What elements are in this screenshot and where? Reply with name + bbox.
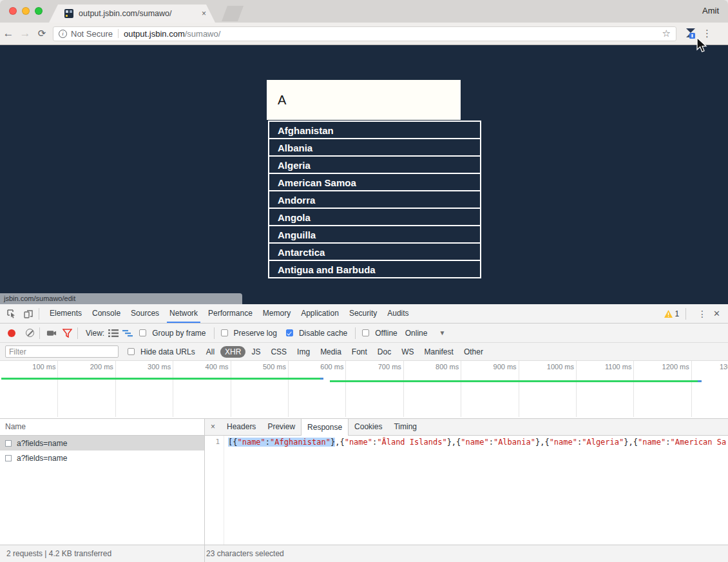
response-json-line[interactable]: [{"name":"Afghanistan"},{"name":"Åland I… <box>224 436 726 545</box>
json-punctuation-token: [{ <box>228 438 237 447</box>
devtools-menu-kebab-icon[interactable]: ⋮ <box>698 309 707 319</box>
detail-tab-timing[interactable]: Timing <box>388 419 423 435</box>
detail-close-icon[interactable]: × <box>211 422 215 431</box>
request-file-icon <box>5 455 12 461</box>
profile-name[interactable]: Amit <box>702 6 719 15</box>
autocomplete-input[interactable]: A <box>267 80 461 120</box>
timeline-gridline <box>231 361 231 417</box>
pane-divider[interactable] <box>204 419 205 562</box>
json-string-token: "name" <box>461 438 488 447</box>
throttling-caret-icon[interactable]: ▼ <box>439 329 445 336</box>
filter-pill-ws[interactable]: WS <box>397 346 418 358</box>
waterfall-view-icon[interactable] <box>122 328 133 338</box>
filter-input[interactable] <box>5 345 119 358</box>
devtools-tab-performance[interactable]: Performance <box>203 304 258 323</box>
country-option[interactable]: Albania <box>268 138 481 157</box>
devtools-tab-memory[interactable]: Memory <box>258 304 296 323</box>
request-row[interactable]: a?fields=name <box>0 451 204 465</box>
country-option[interactable]: Angola <box>268 208 481 226</box>
group-by-frame-label: Group by frame <box>152 329 206 338</box>
disable-cache-label: Disable cache <box>299 329 347 338</box>
filter-pill-manifest[interactable]: Manifest <box>420 346 458 358</box>
clear-icon[interactable] <box>26 329 34 337</box>
network-overview-bar[interactable] <box>1 378 320 380</box>
detail-tab-cookies[interactable]: Cookies <box>349 419 388 435</box>
devtools-tab-network[interactable]: Network <box>164 304 203 323</box>
json-punctuation-token: : <box>265 438 270 447</box>
offline-checkbox[interactable] <box>362 329 369 336</box>
filter-pill-xhr[interactable]: XHR <box>220 346 245 358</box>
device-toolbar-icon[interactable] <box>23 309 34 319</box>
mouse-cursor <box>696 37 707 53</box>
filter-pill-font[interactable]: Font <box>347 346 372 358</box>
timeline-tick-label: 600 ms <box>298 363 343 371</box>
detail-tab-headers[interactable]: Headers <box>221 419 262 435</box>
preserve-log-checkbox[interactable] <box>221 329 228 336</box>
screenshot-camera-icon[interactable] <box>46 328 57 338</box>
request-row[interactable]: a?fields=name <box>0 436 204 451</box>
hide-data-urls-checkbox[interactable] <box>128 348 135 355</box>
network-overview-bar-tip <box>320 378 323 380</box>
warning-badge[interactable]: 1 <box>664 309 679 318</box>
devtools-close-icon[interactable]: ✕ <box>713 309 720 318</box>
devtools-panel: ElementsConsoleSourcesNetworkPerformance… <box>0 304 728 562</box>
jsbin-favicon <box>64 9 73 18</box>
country-option[interactable]: Antigua and Barbuda <box>268 260 481 278</box>
devtools-tab-elements[interactable]: Elements <box>44 304 87 323</box>
address-bar[interactable]: i Not Secure output.jsbin.com /sumawo/ ☆ <box>53 26 676 41</box>
filter-pill-media[interactable]: Media <box>316 346 346 358</box>
devtools-tab-console[interactable]: Console <box>87 304 126 323</box>
filter-pill-doc[interactable]: Doc <box>373 346 396 358</box>
filter-pill-all[interactable]: All <box>202 346 219 358</box>
timeline-gridline <box>57 361 58 417</box>
country-option[interactable]: Andorra <box>268 190 481 209</box>
country-option[interactable]: Algeria <box>268 155 481 174</box>
tab-close-icon[interactable]: × <box>202 9 206 18</box>
record-icon[interactable] <box>8 329 15 337</box>
devtools-tab-sources[interactable]: Sources <box>126 304 164 323</box>
throttling-select[interactable]: Online <box>405 329 428 338</box>
group-by-frame-checkbox[interactable] <box>139 329 146 336</box>
tab-title: output.jsbin.com/sumawo/ <box>79 9 198 18</box>
close-window-button[interactable] <box>9 7 17 15</box>
back-icon[interactable]: ← <box>0 27 17 40</box>
detail-tab-preview[interactable]: Preview <box>262 419 301 435</box>
filter-pill-img[interactable]: Img <box>292 346 314 358</box>
country-option[interactable]: Antarctica <box>268 242 481 261</box>
timeline-gridline <box>115 361 116 417</box>
devtools-tab-audits[interactable]: Audits <box>382 304 414 323</box>
inspect-element-icon[interactable] <box>6 309 17 319</box>
devtools-tab-application[interactable]: Application <box>296 304 344 323</box>
filter-pill-css[interactable]: CSS <box>266 346 291 358</box>
request-detail-pane: × HeadersPreviewResponseCookiesTiming 1 … <box>205 419 728 545</box>
devtools-tab-bar: ElementsConsoleSourcesNetworkPerformance… <box>0 304 728 324</box>
json-punctuation-token: },{ <box>447 438 461 447</box>
requests-name-header[interactable]: Name <box>0 419 204 436</box>
request-name: a?fields=name <box>17 454 67 463</box>
country-option[interactable]: American Samoa <box>268 173 481 191</box>
browser-tab[interactable]: output.jsbin.com/sumawo/ × <box>49 5 215 23</box>
new-tab-button[interactable] <box>222 6 244 21</box>
filter-pill-js[interactable]: JS <box>247 346 265 358</box>
network-overview-bar[interactable] <box>330 380 698 382</box>
filter-pill-other[interactable]: Other <box>459 346 488 358</box>
country-option[interactable]: Afghanistan <box>268 121 481 139</box>
reload-icon[interactable]: ⟳ <box>34 28 50 39</box>
info-icon[interactable]: i <box>59 30 67 38</box>
extension-icon[interactable] <box>684 27 697 40</box>
detail-tab-response[interactable]: Response <box>301 418 349 436</box>
minimize-window-button[interactable] <box>22 7 30 15</box>
network-overview[interactable]: 100 ms200 ms300 ms400 ms500 ms600 ms700 … <box>0 361 728 419</box>
country-option[interactable]: Anguilla <box>268 225 481 244</box>
devtools-tabs: ElementsConsoleSourcesNetworkPerformance… <box>44 304 414 323</box>
fullscreen-window-button[interactable] <box>35 7 43 15</box>
response-body: 1 [{"name":"Afghanistan"},{"name":"Åland… <box>205 436 728 545</box>
toolbar-divider <box>39 308 39 320</box>
devtools-tab-security[interactable]: Security <box>344 304 382 323</box>
filter-funnel-icon[interactable] <box>62 328 72 338</box>
timeline-tick-label: 100 ms <box>10 363 55 371</box>
bookmark-star-icon[interactable]: ☆ <box>662 28 671 39</box>
json-punctuation-token: : <box>666 438 670 447</box>
disable-cache-checkbox[interactable] <box>286 329 293 336</box>
request-rows-view-icon[interactable] <box>108 328 119 338</box>
